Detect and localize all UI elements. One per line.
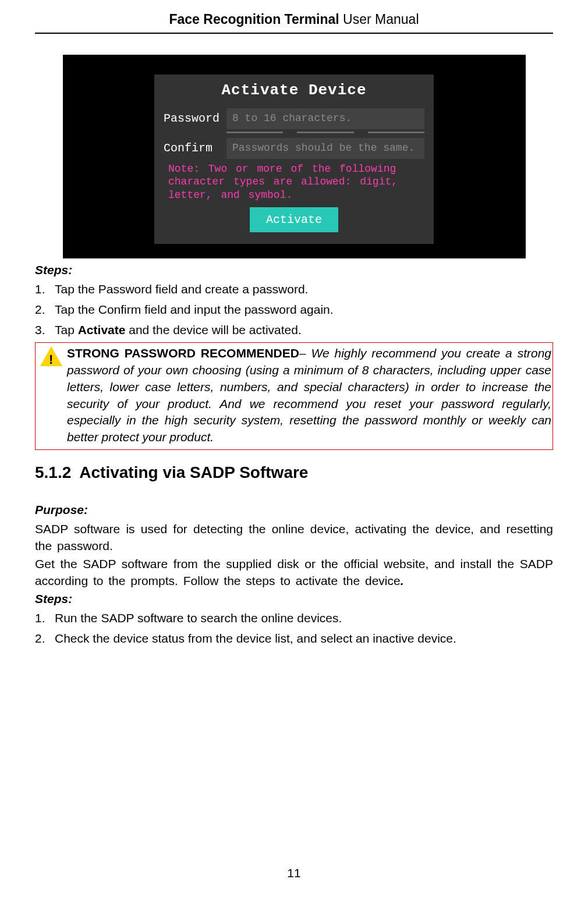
purpose-p2-period: .	[401, 574, 404, 587]
password-strength-meter	[154, 129, 434, 134]
password-placeholder: 8 to 16 characters.	[232, 111, 352, 126]
step-text: Tap the Confirm field and input the pass…	[55, 302, 553, 318]
step-number: 3.	[35, 322, 55, 339]
confirm-row: Confirm Passwords should be the same.	[154, 134, 434, 159]
warning-icon	[40, 346, 62, 366]
confirm-placeholder: Passwords should be the same.	[232, 141, 415, 155]
activate-button[interactable]: Activate	[250, 207, 338, 232]
password-row: Password 8 to 16 characters.	[154, 105, 434, 129]
activate-device-dialog: Activate Device Password 8 to 16 charact…	[154, 75, 434, 244]
step-text: Tap the Password field and create a pass…	[55, 281, 553, 298]
header-title-bold: Face Recognition Terminal	[169, 12, 339, 27]
heading-number: 5.1.2	[35, 463, 71, 481]
list-item: 1. Run the SADP software to search the o…	[35, 610, 553, 627]
purpose-label: Purpose:	[35, 502, 553, 519]
password-input[interactable]: 8 to 16 characters.	[226, 108, 424, 129]
steps-list-1: 1. Tap the Password field and create a p…	[35, 281, 553, 339]
callout-text: STRONG PASSWORD RECOMMENDED– We highly r…	[67, 343, 552, 450]
steps-label: Steps:	[35, 262, 553, 279]
step-text: Run the SADP software to search the onli…	[55, 610, 553, 627]
callout-body: – We highly recommend you create a stron…	[67, 346, 551, 444]
step3-bold: Activate	[78, 323, 126, 336]
running-header: Face Recognition Terminal User Manual	[35, 10, 553, 34]
step3-prefix: Tap	[55, 323, 78, 336]
step-number: 2.	[35, 302, 55, 318]
activate-device-screenshot: Activate Device Password 8 to 16 charact…	[63, 55, 526, 258]
list-item: 2. Check the device status from the devi…	[35, 630, 553, 647]
dialog-title: Activate Device	[154, 75, 434, 105]
confirm-input[interactable]: Passwords should be the same.	[226, 138, 424, 159]
steps-label-2: Steps:	[35, 591, 553, 608]
step3-suffix: and the device will be activated.	[125, 323, 301, 336]
purpose-paragraph-2: Get the SADP software from the supplied …	[35, 556, 553, 590]
purpose-paragraph-1: SADP software is used for detecting the …	[35, 521, 553, 555]
callout-lead: STRONG PASSWORD RECOMMENDED	[67, 346, 299, 360]
step-number: 1.	[35, 281, 55, 298]
confirm-label: Confirm	[164, 140, 226, 157]
strength-segment	[226, 132, 283, 133]
list-item: 3. Tap Activate and the device will be a…	[35, 322, 553, 339]
heading-title: Activating via SADP Software	[79, 463, 308, 481]
header-title-rest: User Manual	[339, 12, 419, 27]
dialog-note: Note: Two or more of the following chara…	[154, 159, 434, 204]
list-item: 1. Tap the Password field and create a p…	[35, 281, 553, 298]
strong-password-callout: STRONG PASSWORD RECOMMENDED– We highly r…	[35, 342, 553, 451]
step-text: Check the device status from the device …	[55, 630, 553, 647]
purpose-p2-text: Get the SADP software from the supplied …	[35, 557, 553, 587]
strength-segment	[297, 132, 353, 133]
step-number: 1.	[35, 610, 55, 627]
steps-list-2: 1. Run the SADP software to search the o…	[35, 610, 553, 647]
step-text: Tap Activate and the device will be acti…	[55, 322, 553, 339]
password-label: Password	[164, 111, 226, 127]
page-number: 11	[0, 865, 588, 882]
strength-segment	[368, 132, 424, 133]
step-number: 2.	[35, 630, 55, 647]
heading-5-1-2: 5.1.2Activating via SADP Software	[35, 462, 553, 484]
warning-icon-cell	[36, 343, 67, 450]
list-item: 2. Tap the Confirm field and input the p…	[35, 302, 553, 318]
